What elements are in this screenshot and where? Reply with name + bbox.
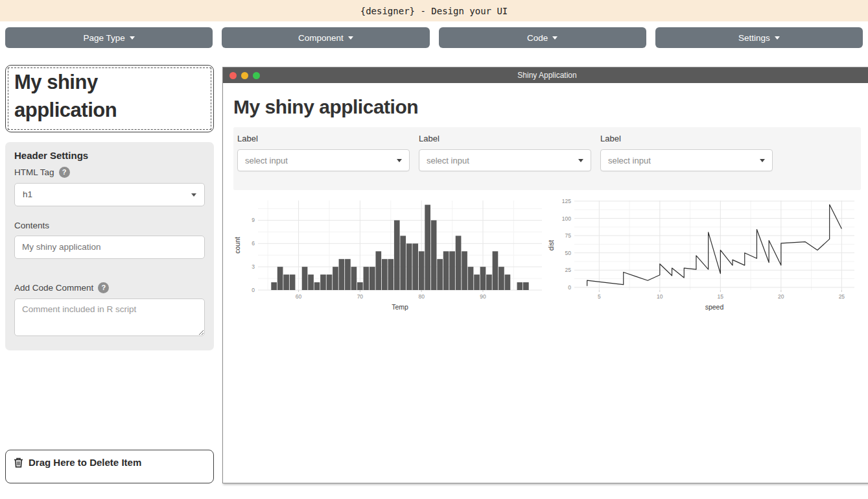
help-icon[interactable]: ? <box>59 167 70 178</box>
chevron-down-icon <box>348 36 353 40</box>
toolbar-button-label: Page Type <box>83 33 124 43</box>
select-input-2[interactable]: select input <box>419 149 591 171</box>
app-heading: My shiny application <box>233 96 861 118</box>
chevron-down-icon <box>397 159 402 162</box>
svg-text:6: 6 <box>252 240 255 247</box>
svg-text:80: 80 <box>418 293 425 300</box>
toolbar-button-label: Code <box>527 33 548 43</box>
help-icon[interactable]: ? <box>98 282 109 293</box>
delete-zone-label: Drag Here to Delete Item <box>29 457 141 468</box>
svg-text:dist: dist <box>547 240 555 250</box>
close-icon <box>229 72 237 79</box>
svg-text:9: 9 <box>252 217 255 223</box>
window-body: My shiny application Label select input … <box>223 83 868 483</box>
svg-text:20: 20 <box>778 293 784 300</box>
header-settings-panel: Header Settings HTML Tag ? h1 Contents A… <box>5 142 214 350</box>
select-inputs-row: Label select input Label select input La… <box>233 127 861 190</box>
chevron-down-icon <box>760 159 765 162</box>
svg-text:90: 90 <box>480 293 486 300</box>
toolbar-button-page-type[interactable]: Page Type <box>5 27 213 48</box>
chevron-down-icon <box>191 193 196 197</box>
svg-text:125: 125 <box>562 198 571 204</box>
shiny-app-preview-window: Shiny Application My shiny application L… <box>222 67 868 483</box>
code-comment-textarea[interactable] <box>14 298 205 336</box>
app-title: {designer} - Design your UI <box>360 6 508 16</box>
contents-label: Contents <box>14 221 205 230</box>
traffic-lights <box>229 72 260 79</box>
chevron-down-icon <box>552 36 557 40</box>
app-banner: {designer} - Design your UI <box>0 0 868 21</box>
toolbar-button-component[interactable]: Component <box>222 27 429 48</box>
window-title: Shiny Application <box>223 71 868 80</box>
speed-dist-line-chart: 0255075100125510152025speeddist <box>547 194 861 312</box>
maximize-icon <box>253 72 260 79</box>
svg-text:25: 25 <box>839 293 845 300</box>
select-input-1[interactable]: select input <box>237 149 410 171</box>
svg-text:speed: speed <box>705 303 724 311</box>
svg-text:50: 50 <box>565 250 572 256</box>
contents-input[interactable] <box>14 236 205 259</box>
select-input-label: Label <box>419 134 591 143</box>
window-titlebar: Shiny Application <box>223 67 868 83</box>
temp-histogram: 036960708090Tempcount <box>233 194 547 312</box>
chevron-down-icon <box>578 159 583 162</box>
html-tag-label: HTML Tag ? <box>14 167 205 178</box>
svg-text:15: 15 <box>718 293 724 300</box>
svg-text:10: 10 <box>657 293 663 300</box>
toolbar-button-label: Settings <box>738 33 770 43</box>
minimize-icon <box>241 72 248 79</box>
svg-text:75: 75 <box>565 232 572 239</box>
svg-text:100: 100 <box>562 215 571 222</box>
header-element-preview[interactable]: My shiny application <box>5 65 214 132</box>
chevron-down-icon <box>130 36 135 40</box>
html-tag-select[interactable]: h1 <box>14 183 205 206</box>
select-input-value: select input <box>427 156 469 165</box>
charts-row: 036960708090Tempcount 025507510012551015… <box>233 194 861 312</box>
svg-text:70: 70 <box>357 293 364 300</box>
sidebar: My shiny application Header Settings HTM… <box>5 65 214 483</box>
svg-text:count: count <box>233 237 241 254</box>
select-input-group: Label select input <box>419 134 591 171</box>
svg-text:Temp: Temp <box>392 303 408 311</box>
svg-text:0: 0 <box>252 287 255 293</box>
svg-text:25: 25 <box>565 267 572 273</box>
toolbar: Page Type Component Code Settings <box>5 27 863 48</box>
svg-text:60: 60 <box>296 293 302 300</box>
select-input-value: select input <box>608 156 651 165</box>
select-input-value: select input <box>245 156 288 165</box>
toolbar-button-label: Component <box>298 33 344 43</box>
trash-icon <box>14 457 23 468</box>
chevron-down-icon <box>775 36 780 40</box>
header-element-drag-handle[interactable]: My shiny application <box>8 67 211 130</box>
toolbar-button-code[interactable]: Code <box>439 27 646 48</box>
svg-text:0: 0 <box>568 284 571 291</box>
panel-title: Header Settings <box>14 150 205 161</box>
select-input-group: Label select input <box>237 134 410 171</box>
delete-drop-zone[interactable]: Drag Here to Delete Item <box>5 450 214 483</box>
svg-text:3: 3 <box>252 263 255 270</box>
select-input-label: Label <box>237 134 410 143</box>
toolbar-button-settings[interactable]: Settings <box>655 27 863 48</box>
select-input-label: Label <box>600 134 773 143</box>
html-tag-selected-value: h1 <box>23 189 32 199</box>
select-input-group: Label select input <box>600 134 773 171</box>
select-input-3[interactable]: select input <box>600 149 773 171</box>
code-comment-label: Add Code Comment ? <box>14 282 205 293</box>
header-preview-text: My shiny application <box>14 71 117 121</box>
main-content: My shiny application Header Settings HTM… <box>5 65 863 483</box>
svg-text:5: 5 <box>598 293 601 300</box>
